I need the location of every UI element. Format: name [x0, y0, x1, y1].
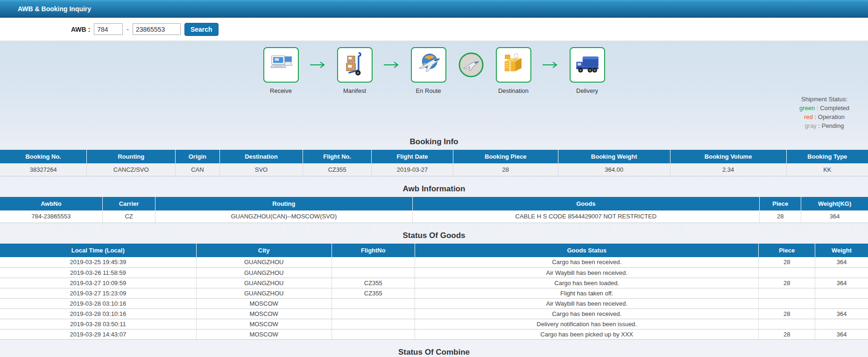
column-header: Origin	[176, 150, 220, 163]
table-cell	[332, 267, 415, 278]
plane-circle-icon	[458, 52, 484, 80]
column-header: Flight No.	[303, 150, 372, 163]
table-cell: 2.34	[670, 163, 786, 176]
column-header: Weight	[815, 244, 868, 257]
legend-meaning-completed: Completed	[820, 105, 849, 112]
table-row: 2019-03-26 11:58:59GUANGZHOUAir Waybill …	[0, 267, 868, 278]
progress-steps: Receive	[0, 47, 868, 94]
arrow-right-icon	[383, 61, 400, 70]
progress-step-enroute: En Route	[406, 47, 452, 94]
status-of-combine-title: Status Of Combine	[0, 347, 868, 357]
table-cell	[759, 298, 815, 308]
table-header-row: Local Time (Local)CityFlightNoGoods Stat…	[0, 244, 868, 257]
table-cell	[815, 288, 868, 298]
table-cell: 364	[815, 278, 868, 288]
step-label-manifest: Manifest	[343, 87, 366, 94]
table-cell: MOSCOW	[196, 298, 332, 308]
step-label-receive: Receive	[270, 87, 292, 94]
table-cell: Cargo has been loaded.	[415, 278, 759, 288]
column-header: Local Time (Local)	[0, 244, 196, 257]
shipment-status-legend: Shipment Status: green : Completed red :…	[799, 95, 849, 130]
delivery-step-box	[570, 47, 605, 83]
table-cell: CAN	[176, 163, 220, 176]
table-cell: 2019-03-28 03:10:16	[0, 308, 196, 319]
step-label-delivery: Delivery	[576, 87, 598, 94]
table-cell: MOSCOW	[196, 308, 332, 319]
legend-meaning-pending: Pending	[822, 122, 844, 129]
table-cell: Delivery notification has been issued.	[415, 319, 759, 329]
table-cell: Cargo has been picked up by XXX	[415, 329, 759, 339]
table-cell: Air Waybill has been received.	[415, 298, 759, 308]
awb-separator: -	[127, 26, 129, 33]
table-cell: Air Waybill has been received.	[415, 267, 759, 278]
table-cell: CZ	[102, 210, 155, 223]
table-cell: 364.00	[558, 163, 670, 176]
table-cell: GUANGZHOU	[196, 288, 332, 298]
table-row: 2019-03-27 15:23:09GUANGZHOUCZ355Flight …	[0, 288, 868, 298]
table-row: 38327264CANCZ/SVOCANSVOCZ3552019-03-2728…	[0, 163, 868, 176]
step-label-enroute: En Route	[416, 87, 441, 94]
column-header: Flight Date	[372, 150, 453, 163]
column-header: Booking Volume	[670, 150, 786, 163]
table-cell: 2019-03-25 19:45:39	[0, 257, 196, 267]
column-header: Weight(KG)	[801, 197, 868, 210]
column-header: Booking Piece	[453, 150, 558, 163]
awb-information-title: Awb Information	[0, 183, 868, 194]
awb-prefix-input[interactable]	[94, 23, 123, 35]
progress-step-delivery: Delivery	[565, 47, 610, 94]
truck-icon	[575, 51, 600, 78]
table-cell	[815, 267, 868, 278]
progress-step-manifest: Manifest	[332, 47, 378, 94]
legend-color-gray: gray	[805, 122, 817, 129]
arrow-right-icon	[310, 61, 326, 70]
step-label-destination: Destination	[498, 87, 529, 94]
search-button[interactable]: Search	[184, 23, 219, 36]
column-header: Goods	[412, 197, 760, 210]
enroute-step-box	[411, 47, 446, 83]
table-cell: 28	[759, 278, 815, 288]
table-cell: 28	[759, 257, 815, 267]
status-of-goods-table: Local Time (Local)CityFlightNoGoods Stat…	[0, 244, 868, 340]
table-cell: 2019-03-27 10:09:59	[0, 278, 196, 288]
table-cell	[815, 298, 868, 308]
table-cell: Flight has taken off.	[415, 288, 759, 298]
table-cell: CANCZ/SVO	[87, 163, 176, 176]
table-cell: GUANGZHOU	[196, 267, 332, 278]
legend-separator: :	[815, 105, 820, 112]
column-header: Booking No.	[0, 150, 87, 163]
column-header: FlightNo	[332, 244, 415, 257]
column-header: Routing	[155, 197, 412, 210]
column-header: Piece	[760, 197, 801, 210]
table-cell: Cargo has been received.	[415, 257, 759, 267]
table-cell: MOSCOW	[196, 329, 332, 339]
awb-number-input[interactable]	[133, 23, 181, 35]
shipment-progress: Receive	[0, 41, 868, 136]
table-cell: 28	[759, 308, 815, 319]
page-title: AWB & Booking Inquiry	[18, 5, 91, 13]
legend-item-pending: gray : Pending	[799, 121, 849, 130]
table-cell: GUANGZHOU	[196, 257, 332, 267]
awb-information-table: AwbNoCarrierRoutingGoodsPieceWeight(KG) …	[0, 197, 868, 224]
legend-title: Shipment Status:	[799, 95, 849, 104]
table-cell: 28	[760, 210, 801, 223]
column-header: Booking Weight	[558, 150, 670, 163]
destination-step-box	[496, 47, 531, 83]
table-cell	[332, 319, 415, 329]
column-header: Destination	[219, 150, 303, 163]
package-icon	[501, 51, 526, 78]
table-cell: GUANGZHOU(CAN)--MOSCOW(SVO)	[155, 210, 412, 223]
column-header: Rounting	[87, 150, 176, 163]
table-row: 2019-03-29 14:43:07MOSCOWCargo has been …	[0, 329, 868, 339]
legend-meaning-operation: Operation	[818, 113, 845, 120]
table-row: 2019-03-27 10:09:59GUANGZHOUCZ355Cargo h…	[0, 278, 868, 288]
table-cell: 28	[759, 329, 815, 339]
table-cell	[759, 319, 815, 329]
table-cell	[759, 267, 815, 278]
manifest-step-box	[337, 47, 373, 83]
table-cell: CZ355	[332, 288, 415, 298]
table-cell: 2019-03-27 15:23:09	[0, 288, 196, 298]
legend-color-red: red	[804, 113, 813, 120]
table-cell	[332, 298, 415, 308]
page-header: AWB & Booking Inquiry	[0, 0, 868, 18]
legend-separator: :	[817, 122, 822, 129]
